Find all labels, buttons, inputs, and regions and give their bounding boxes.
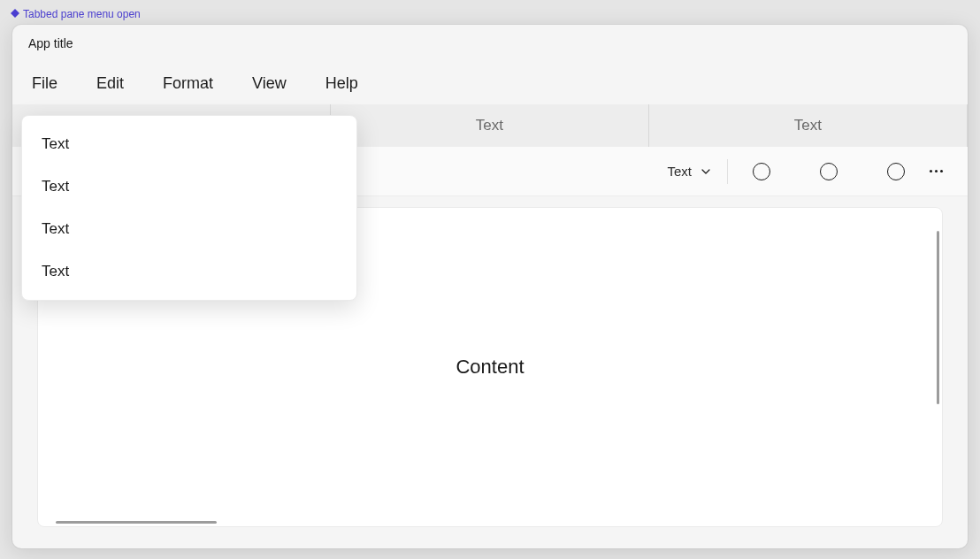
tab-2-label: Text [476,117,503,134]
svg-marker-0 [11,9,19,18]
menu-file[interactable]: File [28,67,77,100]
menu-format[interactable]: Format [143,67,233,100]
more-button[interactable] [930,170,943,172]
circle-icon-2[interactable] [820,163,838,180]
vertical-scrollbar[interactable] [937,231,939,404]
menu-help[interactable]: Help [306,67,378,100]
content-placeholder: Content [456,356,524,379]
flyout-item-4[interactable]: Text [22,250,356,293]
menu-edit[interactable]: Edit [77,67,143,100]
flyout-item-3[interactable]: Text [22,208,356,250]
flyout-item-1[interactable]: Text [22,123,356,165]
horizontal-scrollbar[interactable] [56,521,217,524]
titlebar: App title [12,25,968,62]
toolbar-actions [753,163,905,180]
chevron-down-icon [701,166,711,177]
circle-icon-1[interactable] [753,163,770,180]
dot-icon [935,170,938,172]
menubar: File Edit Format View Help [12,62,968,104]
dev-ornament-label: Tabbed pane menu open [11,8,141,20]
tab-2[interactable]: Text [331,104,649,147]
tab-3[interactable]: Text [649,104,968,147]
dot-icon [930,170,932,172]
file-menu-flyout: Text Text Text Text [21,115,357,301]
dot-icon [940,170,943,172]
toolbar-dropdown-label: Text [667,164,692,179]
flyout-item-2[interactable]: Text [22,165,356,208]
circle-icon-3[interactable] [887,163,905,180]
menu-view[interactable]: View [233,67,306,100]
toolbar-dropdown[interactable]: Text [667,159,728,184]
tab-3-label: Text [794,117,822,134]
diamond-icon [11,8,19,20]
app-title: App title [28,36,73,50]
dev-ornament-text: Tabbed pane menu open [23,8,141,20]
